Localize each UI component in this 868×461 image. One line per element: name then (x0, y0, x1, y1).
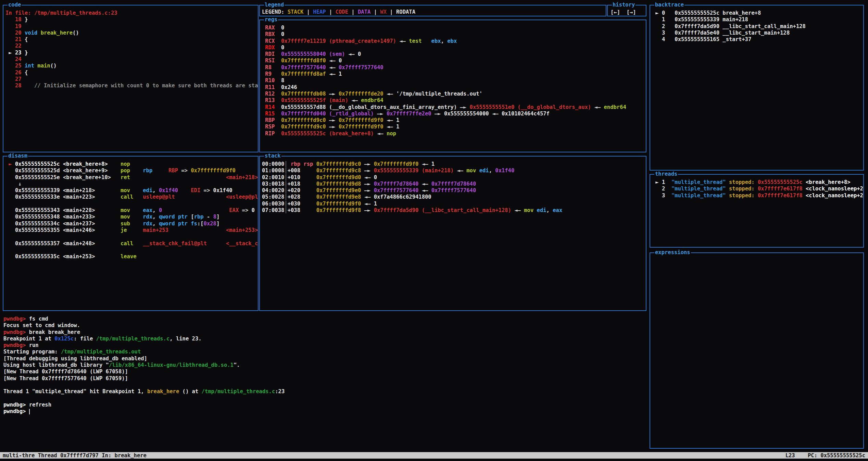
status-bar-left: multi-thre Thread 0x7ffff7d797 In: break… (3, 452, 147, 459)
history-panel: history [←] [→] (607, 5, 646, 16)
code-panel: code In file: /tmp/multiple_threads.c:23… (3, 5, 259, 152)
status-pc: PC: 0x55555555525c (808, 452, 865, 459)
status-bar: multi-thre Thread 0x7ffff7d797 In: break… (0, 452, 868, 459)
backtrace-lines: ► 0 0x55555555525c break_here+8 1 0x5555… (650, 5, 863, 170)
status-line-number: L23 (785, 452, 795, 459)
regs-panel-title: regs (264, 16, 278, 23)
history-back-button[interactable]: [←] (611, 9, 620, 15)
threads-panel: threads ► 1 "multiple_thread" stopped: 0… (650, 174, 864, 248)
legend-lines: LEGEND: STACK | HEAP | CODE | DATA | WX … (260, 5, 606, 16)
expressions-panel-title: expressions (654, 249, 691, 256)
status-gap (795, 452, 808, 459)
stack-panel: stack 00:0000│ rbp rsp 0x7fffffffd9c0 —►… (259, 156, 646, 311)
backtrace-panel: backtrace ► 0 0x55555555525c break_here+… (650, 5, 864, 171)
legend-panel-title: legend (264, 2, 285, 8)
console-output[interactable]: pwndbg> fs cmdFocus set to cmd window.pw… (3, 316, 586, 415)
stack-lines: 00:0000│ rbp rsp 0x7fffffffd9c0 —► 0x7ff… (260, 157, 646, 310)
disasm-panel-title: disasm (8, 153, 28, 159)
disasm-lines: ► 0x55555555525c <break_here+8> nop 0x55… (3, 157, 258, 310)
status-bar-right: L23 PC: 0x55555555525c (785, 452, 865, 459)
code-lines: In file: /tmp/multiple_threads.c:23 18 }… (3, 5, 258, 152)
threads-lines: ► 1 "multiple_thread" stopped: 0x5555555… (650, 175, 863, 247)
regs-lines: RAX 0 RBX 0 RCX 0x7ffff7e11219 (pthread_… (260, 20, 646, 152)
legend-panel: legend LEGEND: STACK | HEAP | CODE | DAT… (259, 5, 606, 16)
expressions-lines (650, 253, 863, 448)
history-panel-title: history (612, 2, 636, 8)
disasm-panel: disasm ► 0x55555555525c <break_here+8> n… (3, 156, 259, 311)
expressions-panel: expressions (650, 252, 864, 449)
history-forward-button[interactable]: [→] (627, 9, 636, 15)
regs-panel: regs RAX 0 RBX 0 RCX 0x7ffff7e11219 (pth… (259, 20, 646, 152)
code-panel-title: code (8, 2, 22, 8)
history-spacer (620, 9, 627, 15)
threads-panel-title: threads (654, 171, 678, 177)
stack-panel-title: stack (264, 153, 281, 159)
pwndbg-terminal: code In file: /tmp/multiple_threads.c:23… (0, 0, 868, 461)
backtrace-panel-title: backtrace (654, 2, 684, 8)
